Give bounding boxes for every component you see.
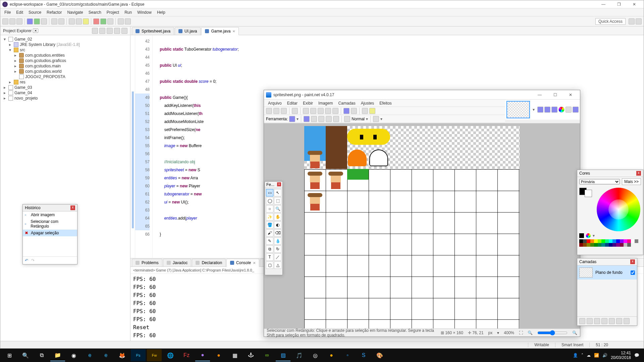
pn-selmode-add-icon[interactable] [311,116,317,122]
coverage-icon[interactable] [41,18,47,24]
palette-swatch[interactable] [601,243,605,247]
pn-settings-icon[interactable] [566,107,572,113]
tb-chrome[interactable]: 🌐 [163,349,178,361]
pn-selmode-replace-icon[interactable] [304,116,310,122]
pn-minimize-button[interactable]: — [532,92,547,98]
editor-tab[interactable]: Spritesheet.java [132,27,174,35]
task-view-button[interactable]: ⧉ [34,349,49,361]
toggle-mark-icon[interactable] [83,18,89,24]
tb-edge[interactable]: e [99,349,113,361]
thumb-dropdown-icon[interactable]: ▾ [531,107,536,112]
palette-swatch[interactable] [631,239,635,243]
tb-app3[interactable]: 🕹 [244,349,258,361]
tree-node[interactable]: ▸com.gcstudios.main [2,63,128,69]
tb-firefox[interactable]: 🦊 [115,349,129,361]
bottom-tab-problems[interactable]: Problems [132,259,162,266]
tb-app5[interactable]: ● [324,349,339,361]
palette-swatch[interactable] [605,239,609,243]
search-icon[interactable] [76,18,82,24]
perspective-java-icon[interactable] [629,18,635,24]
layer-visible-checkbox[interactable] [631,270,635,275]
bottom-tab-declaration[interactable]: Declaration [192,259,226,266]
stop-icon[interactable] [93,18,99,24]
pn-print-icon[interactable] [292,108,298,114]
minimize-button[interactable]: — [596,1,611,8]
tree-node[interactable]: ▸res [2,79,128,85]
menu-search[interactable]: Search [86,9,104,16]
tb-filezilla[interactable]: Fz [179,349,194,361]
palette-swatch[interactable] [616,243,620,247]
tool-clone[interactable]: ⧉ [266,245,273,253]
step-icon[interactable] [107,18,113,24]
pn-undo-icon[interactable] [343,108,350,114]
tool-text[interactable]: T [266,253,273,261]
tool-eraser[interactable]: ⌫ [274,229,281,237]
status-unit[interactable]: px [488,330,493,335]
pn-menu-ajustes[interactable]: Ajustes [358,100,377,106]
tb-fireworks[interactable]: Fw [147,349,162,361]
palette-swatch[interactable] [609,239,612,243]
layer-merge-icon[interactable] [601,318,607,324]
palette-swatch[interactable] [627,243,631,247]
tree-node[interactable]: ▸com.gcstudios.world [2,69,128,74]
palette-swatch[interactable] [594,239,598,243]
history-item[interactable]: ▫Selecionar com Retângulo [23,218,77,230]
link-editor-icon[interactable] [99,28,105,34]
tb-steam[interactable]: ◉ [66,349,81,361]
tb-eclipse[interactable]: ● [195,349,210,361]
palette-swatch[interactable] [594,243,598,247]
eclipse-titlebar[interactable]: eclipse-workspace - Game_03/src/com/gcst… [0,0,644,8]
pn-maximize-button[interactable]: ☐ [548,92,562,98]
pn-help-icon[interactable] [573,107,579,113]
tray-onedrive-icon[interactable]: ☁ [587,353,591,358]
palette-swatch[interactable] [624,239,627,243]
colors-close-icon[interactable]: x [636,171,641,176]
history-item[interactable]: ✖Apagar seleção [23,230,77,236]
palette-swatch[interactable] [598,239,601,243]
tray-network-icon[interactable]: 📶 [594,353,599,358]
palette-swatch[interactable] [627,239,631,243]
palette-swatch[interactable] [598,243,601,247]
tb-obs[interactable]: ◎ [308,349,323,361]
pn-crop-icon[interactable] [325,108,331,114]
image-thumbnail[interactable] [506,101,530,118]
palette-swatch[interactable] [624,243,627,247]
run-icon[interactable] [34,18,40,24]
pn-cut-icon[interactable] [303,108,309,114]
pn-selmode-int-icon[interactable] [326,116,332,122]
colors-more-button[interactable]: Mais >> [622,178,641,185]
tb-app2[interactable]: ▦ [227,349,242,361]
maximize-view-icon[interactable] [121,28,127,34]
pn-save-icon[interactable] [281,108,287,114]
layers-close-icon[interactable]: x [630,259,635,264]
menu-file[interactable]: File [2,9,13,16]
layer-delete-icon[interactable] [587,318,593,324]
palette-swatch[interactable] [612,243,616,247]
palette-swatch[interactable] [579,243,583,247]
menu-window[interactable]: Window [135,9,154,16]
pn-colors-toggle-icon[interactable] [558,107,565,113]
close-button[interactable]: ✕ [627,1,642,8]
tb-file-explorer[interactable]: 📁 [50,349,65,361]
tb-app4[interactable]: ∞ [260,349,274,361]
layer-up-icon[interactable] [609,318,615,324]
tool-move-selection[interactable]: ⬚ [274,197,281,204]
tray-people-icon[interactable]: 👤 [573,353,578,358]
back-icon[interactable] [118,18,124,24]
open-type-icon[interactable] [69,18,75,24]
menu-source[interactable]: Source [26,9,44,16]
menu-refactor[interactable]: Refactor [44,9,64,16]
tool-pencil[interactable]: ✎ [266,237,273,245]
tree-node[interactable]: ▾Game_02 [2,37,128,42]
tree-node[interactable]: ▸Game_04 [2,90,128,96]
tool-gradient[interactable]: ◐ [274,221,281,229]
color-swatches[interactable] [577,186,594,233]
history-panel[interactable]: Histórico x ▫Abrir imagem▫Selecionar com… [22,204,77,264]
pn-close-button[interactable]: ✕ [563,92,578,98]
hue-icon[interactable] [586,233,591,238]
save-all-icon[interactable] [16,18,22,24]
tool-rect-select[interactable]: ▭ [266,189,273,196]
tb-app7[interactable]: 🎨 [372,349,387,361]
new-class-icon[interactable] [58,18,64,24]
pn-history-toggle-icon[interactable] [544,107,550,113]
